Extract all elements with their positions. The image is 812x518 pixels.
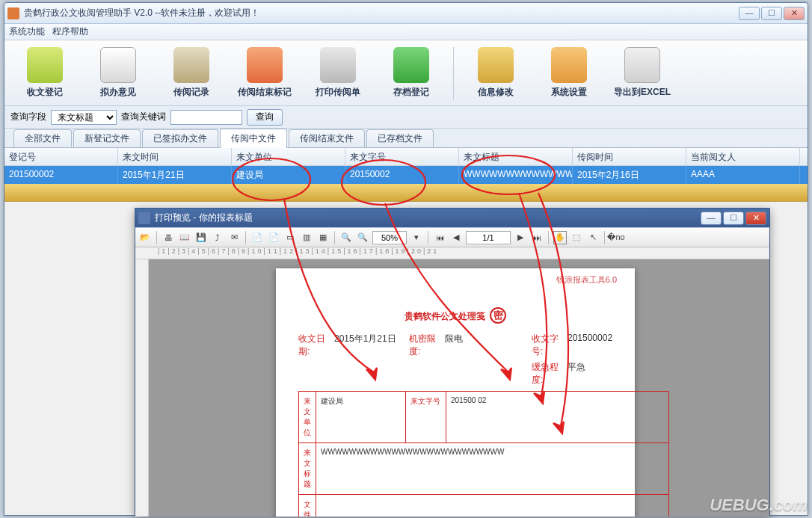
- report-watermark: 锐浪报表工具6.0: [556, 274, 617, 286]
- tab-archived[interactable]: 已存档文件: [366, 129, 434, 147]
- site-watermark: UEBUG.com: [710, 496, 808, 515]
- doc-table: 来文单位 建设局 来文字号 201500 02 来文标题 WWWWWWWWWWW…: [298, 391, 669, 517]
- page-input[interactable]: [466, 231, 511, 244]
- tb-circulation-end[interactable]: 传阅结束标记: [229, 43, 301, 103]
- preview-minimize[interactable]: —: [701, 212, 722, 225]
- search-keyword-input[interactable]: [170, 110, 242, 125]
- hand-tool-icon[interactable]: ✋: [553, 231, 567, 244]
- close-preview-icon[interactable]: �no: [609, 231, 623, 244]
- search-field-select[interactable]: 来文标题: [51, 110, 117, 125]
- tab-all[interactable]: 全部文件: [13, 129, 72, 147]
- data-grid: 登记号 来文时间 来文单位 来文字号 来文标题 传阅时间 当前阅文人 20150…: [4, 148, 808, 202]
- tb-receive-register[interactable]: 收文登记: [9, 43, 81, 103]
- preview-icon: [138, 212, 150, 224]
- pointer-tool-icon[interactable]: ↖: [586, 231, 600, 244]
- search-button[interactable]: 查询: [247, 109, 283, 126]
- col-from-unit[interactable]: 来文单位: [232, 148, 345, 165]
- mail-icon[interactable]: ✉: [227, 231, 241, 244]
- preview-titlebar[interactable]: 打印预览 - 你的报表标题 — ☐ ✕: [135, 209, 769, 228]
- v-ruler: [135, 259, 149, 517]
- tb-settings[interactable]: 系统设置: [533, 43, 605, 103]
- col-recv-time[interactable]: 来文时间: [118, 148, 232, 165]
- print-icon[interactable]: 🖶: [162, 231, 175, 244]
- print-preview-window: 打印预览 - 你的报表标题 — ☐ ✕ 📂 🖶 📖 💾 ⤴ ✉ 📄 📄 ▭ ▥ …: [135, 208, 770, 516]
- prev-page-icon[interactable]: ◀: [449, 231, 463, 244]
- maximize-button[interactable]: ☐: [761, 7, 782, 20]
- search-keyword-label: 查询关键词: [121, 111, 166, 123]
- tab-circ-end[interactable]: 传阅结束文件: [289, 129, 365, 147]
- select-tool-icon[interactable]: ⬚: [570, 231, 583, 244]
- main-titlebar[interactable]: 贵鹤行政公文收阅管理助手 V2.0 --软件未注册，欢迎试用！ — ☐ ✕: [4, 3, 808, 24]
- next-page-icon[interactable]: ▶: [514, 231, 527, 244]
- tb-proposal[interactable]: 拟办意见: [82, 43, 154, 103]
- window-title: 贵鹤行政公文收阅管理助手 V2.0 --软件未注册，欢迎试用！: [24, 7, 739, 19]
- col-reader[interactable]: 当前阅文人: [686, 148, 800, 165]
- minimize-button[interactable]: —: [739, 7, 760, 20]
- tb-print-slip[interactable]: 打印传阅单: [302, 43, 374, 103]
- tb-circulation-record[interactable]: 传阅记录: [156, 43, 227, 103]
- tab-new[interactable]: 新登记文件: [73, 129, 141, 147]
- preview-maximize[interactable]: ☐: [723, 212, 744, 225]
- last-page-icon[interactable]: ⏭: [530, 231, 544, 244]
- zoom-out-icon[interactable]: 🔍: [356, 231, 369, 244]
- h-ruler: |1|2|3|4|5|6|7|8|9|10|11|12|13|14|15|16|…: [135, 247, 769, 259]
- table-row[interactable]: 201500002 2015年1月21日 建设局 20150002 WWWWWW…: [4, 166, 808, 184]
- zoom-dropdown-icon[interactable]: ▾: [410, 231, 423, 244]
- preview-page: 锐浪报表工具6.0 贵鹤软件公文处理笺密 收文日期: 2015年1月21日 机密…: [276, 268, 635, 517]
- app-icon: [7, 7, 19, 19]
- tb-edit-info[interactable]: 信息修改: [460, 43, 532, 103]
- preview-close[interactable]: ✕: [745, 212, 766, 225]
- secret-seal: 密: [490, 307, 506, 324]
- grid-empty-row: [4, 184, 808, 202]
- col-from-no[interactable]: 来文字号: [345, 148, 459, 165]
- col-reg-no[interactable]: 登记号: [4, 148, 118, 165]
- col-circ-time[interactable]: 传阅时间: [573, 148, 686, 165]
- layout3-icon[interactable]: ▦: [316, 231, 330, 244]
- menu-system[interactable]: 系统功能: [9, 25, 45, 38]
- menu-help[interactable]: 程序帮助: [52, 25, 88, 38]
- preview-toolbar: 📂 🖶 📖 💾 ⤴ ✉ 📄 📄 ▭ ▥ ▦ 🔍 🔍 ▾ ⏮ ◀ ▶ ⏭ ✋ ⬚ …: [135, 228, 769, 247]
- col-subject[interactable]: 来文标题: [459, 148, 573, 165]
- tabs: 全部文件 新登记文件 已签拟办文件 传阅中文件 传阅结束文件 已存档文件: [4, 129, 808, 148]
- preview-title: 打印预览 - 你的报表标题: [155, 212, 701, 224]
- grid-header: 登记号 来文时间 来文单位 来文字号 来文标题 传阅时间 当前阅文人: [4, 148, 808, 166]
- search-field-label: 查询字段: [10, 111, 46, 123]
- zoom-input[interactable]: [372, 231, 407, 244]
- layout2-icon[interactable]: ▥: [300, 231, 313, 244]
- save-icon[interactable]: 💾: [194, 231, 208, 244]
- doc-title: 贵鹤软件公文处理笺密: [298, 304, 612, 324]
- menubar: 系统功能 程序帮助: [4, 24, 808, 40]
- first-page-icon[interactable]: ⏮: [433, 231, 446, 244]
- export-icon[interactable]: ⤴: [211, 231, 224, 244]
- pdf-icon[interactable]: 📄: [250, 231, 264, 244]
- close-button[interactable]: ✕: [784, 7, 805, 20]
- tb-archive[interactable]: 存档登记: [375, 43, 447, 103]
- main-toolbar: 收文登记 拟办意见 传阅记录 传阅结束标记 打印传阅单 存档登记 信息修改 系统…: [4, 40, 808, 106]
- open-icon[interactable]: 📂: [138, 231, 152, 244]
- tb-export-excel[interactable]: 导出到EXCEL: [606, 43, 678, 103]
- doc-icon[interactable]: 📄: [267, 231, 280, 244]
- layout1-icon[interactable]: ▭: [283, 231, 297, 244]
- preview-canvas[interactable]: 锐浪报表工具6.0 贵鹤软件公文处理笺密 收文日期: 2015年1月21日 机密…: [149, 259, 769, 517]
- zoom-in-icon[interactable]: 🔍: [339, 231, 353, 244]
- book-icon[interactable]: 📖: [178, 231, 191, 244]
- tab-circulating[interactable]: 传阅中文件: [220, 129, 287, 148]
- tab-signed[interactable]: 已签拟办文件: [142, 129, 218, 147]
- search-bar: 查询字段 来文标题 查询关键词 查询: [4, 106, 808, 129]
